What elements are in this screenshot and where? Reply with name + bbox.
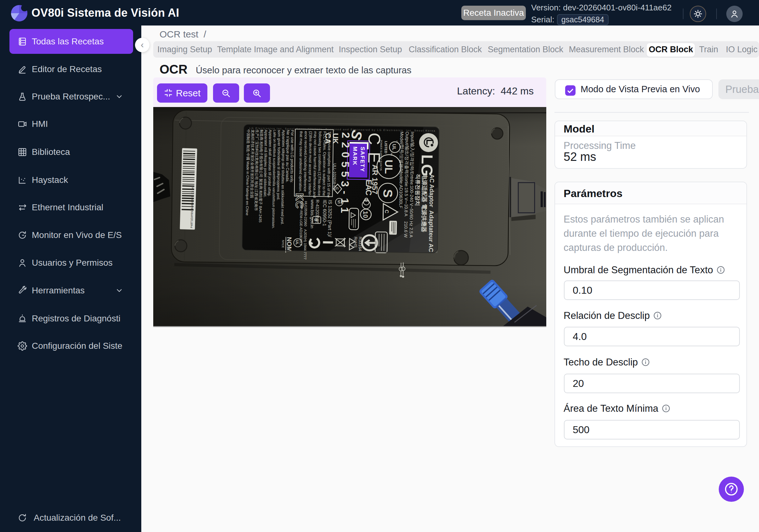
svg-text:KC: KC [294,193,306,209]
svg-text:Model/型号/모델명/Modèle:AD10630LF: Model/型号/모델명/Modèle:AD10630LF [398,132,404,209]
svg-text:S: S [381,189,395,198]
svg-text:CE: CE [365,133,384,170]
svg-text:This device complies with part: This device complies with part 15 of the [326,131,332,198]
svg-text:UL: UL [391,144,397,150]
svg-text:UL: UL [383,160,395,174]
svg-text:IEC 60950-1: IEC 60950-1 [322,200,328,226]
svg-text:FCC Rules. Operation is subjec: FCC Rules. Operation is subject to the [322,131,327,196]
svg-text:LISTED: LISTED [384,141,388,153]
svg-text:8: 8 [313,219,319,221]
svg-text:NYCE: NYCE [281,240,285,248]
svg-text:UL: UL [295,240,299,245]
svg-text:10: 10 [362,211,369,218]
svg-text:220553-11: 220553-11 [339,132,352,217]
svg-text:EAC: EAC [364,180,374,196]
svg-text:C: C [384,210,389,214]
svg-text:IS 13252 (Part 1)/: IS 13252 (Part 1)/ [327,200,333,237]
svg-text:following two conditions:(1)Th: following two conditions:(1)This device [317,131,322,196]
svg-text:MARK: MARK [352,147,358,166]
svg-text:www.bis.gov.in: www.bis.gov.in [310,199,315,228]
svg-text:VI: VI [337,200,341,204]
svg-text:ence received,including interf: ence received,including interference [303,131,308,192]
svg-text:C: C [336,187,339,190]
svg-text:may not cause harmful interfer: may not cause harmful interference,and [312,131,317,198]
svg-text:NOM: NOM [286,237,293,252]
svg-text:(2)this device must accept any: (2)this device must accept any interfer- [307,131,313,196]
svg-text:that may cause undesired opera: that may cause undesired operation. [298,131,304,192]
svg-text:c: c [396,141,399,142]
